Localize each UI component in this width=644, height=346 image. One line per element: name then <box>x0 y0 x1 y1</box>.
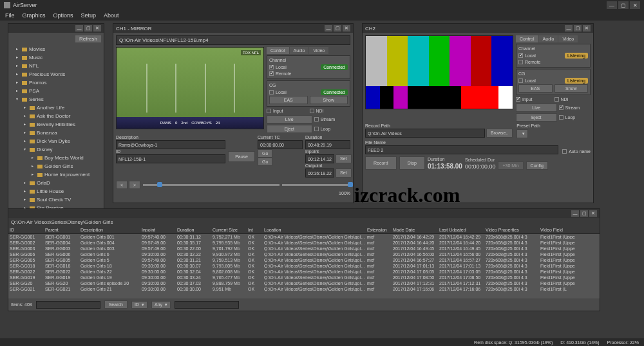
show-button[interactable]: Show <box>554 84 589 93</box>
pause-button[interactable]: Pause <box>228 151 255 162</box>
grid-row[interactable]: SER-GG003SER-GG003Golden Girls 00309:57:… <box>8 246 600 251</box>
input-checkbox[interactable] <box>267 109 271 113</box>
tree-node[interactable]: ▸Another Life <box>11 104 101 112</box>
filter-any-dropdown[interactable]: Any▾ <box>151 301 171 309</box>
stream-checkbox[interactable] <box>559 105 564 110</box>
local-checkbox[interactable] <box>269 65 274 69</box>
tree-node[interactable]: ▸NFL <box>11 62 101 70</box>
cg-local-checkbox[interactable] <box>269 90 274 95</box>
grid-row[interactable]: SER-GG022SER-GG022Golden Girls 2209:30:0… <box>8 269 600 275</box>
filter-id-dropdown[interactable]: ID▾ <box>131 301 147 309</box>
grid-col-header[interactable]: Duration <box>177 228 213 232</box>
volume-slider[interactable] <box>282 184 350 186</box>
tree-node[interactable]: ▾Disney <box>11 145 101 154</box>
remote-checkbox[interactable] <box>518 60 523 64</box>
eas-button[interactable]: EAS <box>518 84 553 93</box>
menu-options[interactable]: Options <box>53 12 73 19</box>
grid-col-header[interactable]: Inpoint <box>142 228 177 232</box>
filter-field[interactable] <box>175 301 239 309</box>
tab-audio[interactable]: Audio <box>290 47 309 54</box>
preset-dropdown[interactable]: ▾ <box>516 129 528 138</box>
desc-field[interactable]: Rams@Cowboys-1 <box>116 140 225 149</box>
grid-row[interactable]: SER-GG006SER-GG006Golden Girls 609:30:00… <box>8 251 600 257</box>
local-checkbox[interactable] <box>518 53 523 58</box>
panel-max-icon[interactable]: ▢ <box>580 210 588 217</box>
grid-row[interactable]: SER-GG005SER-GG005Golden Girls 509:57:49… <box>8 257 600 263</box>
tree-node[interactable]: ▸Boy Meets World <box>11 154 101 162</box>
maximize-button[interactable]: ▢ <box>618 1 629 9</box>
grid-col-header[interactable]: Location <box>264 228 367 232</box>
cg-local-checkbox[interactable] <box>518 78 523 83</box>
tab-control[interactable]: Control <box>267 47 289 54</box>
tree-node[interactable]: ▸Bonanza <box>11 129 101 137</box>
eject-button[interactable]: Eject <box>267 125 312 133</box>
set-out-button[interactable]: Set <box>336 168 352 178</box>
tree-node[interactable]: ▸PSA <box>11 87 101 95</box>
grid-col-header[interactable]: Description <box>80 228 142 232</box>
tab-control[interactable]: Control <box>516 35 538 42</box>
file-field[interactable]: FEED 2 <box>365 145 558 154</box>
panel-min-icon[interactable]: — <box>565 25 573 32</box>
panel-close-icon[interactable]: ✕ <box>93 25 101 32</box>
tree-node[interactable]: ▸Ask the Doctor <box>11 112 101 120</box>
plus30-button[interactable]: +30 Min <box>498 161 523 170</box>
panel-min-icon[interactable]: — <box>75 25 83 32</box>
tab-audio[interactable]: Audio <box>539 35 558 42</box>
grid-col-header[interactable]: Int <box>248 228 264 232</box>
grid-col-header[interactable]: Current Size <box>213 228 248 232</box>
eject-button[interactable]: Eject <box>516 113 557 122</box>
tree-node[interactable]: ▾Series <box>11 95 101 104</box>
recpath-field[interactable]: Q:\On-Air Videos <box>365 129 485 138</box>
autoname-checkbox[interactable] <box>562 149 567 154</box>
go-in-button[interactable]: Go <box>258 149 272 158</box>
grid-row[interactable]: SER-GG002SER-GG004Golden Girls 00409:57:… <box>8 240 600 246</box>
grid-col-header[interactable]: Made Date <box>393 228 439 232</box>
go-out-button[interactable]: Go <box>258 158 272 166</box>
live-button[interactable]: Live <box>516 104 557 112</box>
loop-checkbox[interactable] <box>559 115 564 120</box>
id-field[interactable]: NFL12-15B-1 <box>116 154 225 163</box>
scrub-slider[interactable] <box>143 184 279 186</box>
grid-col-header[interactable]: ID <box>10 228 45 232</box>
eas-button[interactable]: EAS <box>269 96 308 104</box>
menu-graphics[interactable]: Graphics <box>23 12 46 19</box>
set-in-button[interactable]: Set <box>336 154 352 163</box>
grid-col-header[interactable]: Parent <box>45 228 80 232</box>
minimize-button[interactable]: — <box>607 1 617 9</box>
next-button[interactable]: > <box>129 181 140 189</box>
refresh-button[interactable]: Refresh <box>75 35 101 42</box>
panel-min-icon[interactable]: — <box>325 25 332 32</box>
ndi-checkbox[interactable] <box>554 97 559 102</box>
search-field[interactable] <box>36 301 100 309</box>
menu-about[interactable]: About <box>104 12 119 19</box>
tree-node[interactable]: ▸GriaD <box>11 179 101 187</box>
tree-node[interactable]: ▸Home Improvement <box>11 170 101 179</box>
panel-max-icon[interactable]: ▢ <box>84 25 92 32</box>
tree-node[interactable]: ▸Soul Check TV <box>11 196 101 204</box>
menu-file[interactable]: File <box>5 12 15 19</box>
tree-node[interactable]: ▸Precious Words <box>11 70 101 78</box>
loop-checkbox[interactable] <box>314 127 319 131</box>
grid-row[interactable]: SER-GG019SER-GG019Golden Girls 1909:30:0… <box>8 275 600 280</box>
grid-row[interactable]: SER-GG021SER-GG021Golden Girls 2109:30:0… <box>8 286 600 292</box>
grid-col-header[interactable]: Video Field <box>540 228 579 232</box>
grid-col-header[interactable]: Video Properties <box>486 228 540 232</box>
panel-max-icon[interactable]: ▢ <box>574 25 582 32</box>
close-button[interactable]: ✕ <box>630 1 640 9</box>
remote-checkbox[interactable] <box>269 71 274 76</box>
panel-min-icon[interactable]: — <box>571 210 579 217</box>
grid-row[interactable]: SER-GG018SER-GG018Golden Girls 1809:30:0… <box>8 263 600 269</box>
outpoint-field[interactable]: 00:36:18.22 <box>305 168 334 178</box>
grid-col-header[interactable]: Extension <box>367 228 393 232</box>
grid-row[interactable]: SER-GG20SER-GG20Golden Girls episode 200… <box>8 280 600 286</box>
grid-col-header[interactable]: Last Udpated <box>439 228 486 232</box>
config-button[interactable]: Config <box>526 161 548 170</box>
panel-max-icon[interactable]: ▢ <box>334 25 341 32</box>
stop-button[interactable]: Stop <box>399 156 425 170</box>
prev-button[interactable]: < <box>116 181 128 189</box>
menu-setup[interactable]: Setup <box>81 12 97 19</box>
tree-node[interactable]: ▸Beverly Hillbillies <box>11 120 101 129</box>
search-button[interactable]: Search <box>104 300 128 309</box>
ndi-checkbox[interactable] <box>310 109 314 113</box>
tree-node[interactable]: ▸Golden Girls <box>11 162 101 170</box>
